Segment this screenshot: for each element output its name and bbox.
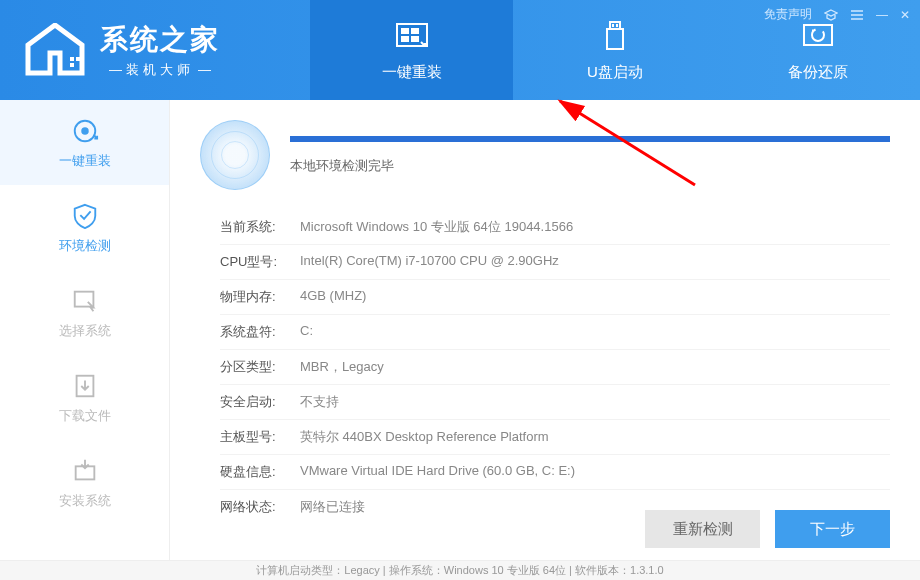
svg-rect-11 <box>616 24 618 27</box>
sidebar-item-select-system[interactable]: 选择系统 <box>0 270 169 355</box>
sidebar-item-env-check[interactable]: 环境检测 <box>0 185 169 270</box>
restore-icon <box>800 19 836 55</box>
usb-icon <box>597 19 633 55</box>
close-button[interactable]: ✕ <box>900 8 910 22</box>
svg-rect-9 <box>607 29 623 49</box>
info-value: 4GB (MHZ) <box>300 288 890 306</box>
svg-rect-5 <box>411 28 419 34</box>
next-button[interactable]: 下一步 <box>775 510 890 548</box>
sidebar-item-reinstall[interactable]: 一键重装 <box>0 100 169 185</box>
system-info-grid: 当前系统:Microsoft Windows 10 专业版 64位 19044.… <box>200 210 890 524</box>
select-rect-icon <box>70 286 100 316</box>
tab-label: U盘启动 <box>587 63 643 82</box>
tab-usb-boot[interactable]: U盘启动 <box>513 0 716 100</box>
app-subtitle: 装机大师 <box>100 61 220 79</box>
info-label: 分区类型: <box>220 358 300 376</box>
info-label: 主板型号: <box>220 428 300 446</box>
info-row: 硬盘信息:VMware Virtual IDE Hard Drive (60.0… <box>220 455 890 490</box>
window-controls: 免责声明 — ✕ <box>764 6 910 23</box>
tab-label: 一键重装 <box>382 63 442 82</box>
svg-rect-2 <box>70 63 74 67</box>
status-bar: 计算机启动类型：Legacy | 操作系统：Windows 10 专业版 64位… <box>0 560 920 580</box>
svg-rect-0 <box>70 57 74 61</box>
info-label: 物理内存: <box>220 288 300 306</box>
header: 系统之家 装机大师 一键重装 U盘启动 备份还原 免责声明 — ✕ <box>0 0 920 100</box>
info-label: CPU型号: <box>220 253 300 271</box>
info-row: 主板型号:英特尔 440BX Desktop Reference Platfor… <box>220 420 890 455</box>
progress-bar <box>290 136 890 142</box>
app-title: 系统之家 <box>100 21 220 59</box>
download-icon <box>70 371 100 401</box>
info-value: Microsoft Windows 10 专业版 64位 19044.1566 <box>300 218 890 236</box>
info-label: 硬盘信息: <box>220 463 300 481</box>
svg-rect-8 <box>610 22 620 29</box>
info-value: VMware Virtual IDE Hard Drive (60.0 GB, … <box>300 463 890 481</box>
menu-icon[interactable] <box>850 8 864 22</box>
radar-icon <box>200 120 270 190</box>
windows-install-icon <box>394 19 430 55</box>
info-row: CPU型号:Intel(R) Core(TM) i7-10700 CPU @ 2… <box>220 245 890 280</box>
sidebar: 一键重装 环境检测 选择系统 下载文件 安装系统 <box>0 100 170 560</box>
scan-status-text: 本地环境检测完毕 <box>290 157 890 175</box>
info-row: 安全启动:不支持 <box>220 385 890 420</box>
sidebar-label: 选择系统 <box>59 322 111 340</box>
info-value: 不支持 <box>300 393 890 411</box>
logo-area: 系统之家 装机大师 <box>0 21 310 79</box>
house-logo-icon <box>20 23 90 78</box>
info-value: MBR，Legacy <box>300 358 890 376</box>
info-value: 英特尔 440BX Desktop Reference Platform <box>300 428 890 446</box>
svg-rect-7 <box>411 36 419 42</box>
sidebar-label: 环境检测 <box>59 237 111 255</box>
recheck-button[interactable]: 重新检测 <box>645 510 760 548</box>
svg-rect-10 <box>612 24 614 27</box>
sidebar-label: 下载文件 <box>59 407 111 425</box>
info-row: 分区类型:MBR，Legacy <box>220 350 890 385</box>
info-row: 物理内存:4GB (MHZ) <box>220 280 890 315</box>
tab-label: 备份还原 <box>788 63 848 82</box>
tab-reinstall[interactable]: 一键重装 <box>310 0 513 100</box>
info-value: Intel(R) Core(TM) i7-10700 CPU @ 2.90GHz <box>300 253 890 271</box>
main-panel: 本地环境检测完毕 当前系统:Microsoft Windows 10 专业版 6… <box>170 100 920 560</box>
svg-rect-6 <box>401 36 409 42</box>
minimize-button[interactable]: — <box>876 8 888 22</box>
info-label: 系统盘符: <box>220 323 300 341</box>
info-label: 网络状态: <box>220 498 300 516</box>
svg-rect-4 <box>401 28 409 34</box>
sidebar-label: 一键重装 <box>59 152 111 170</box>
info-row: 当前系统:Microsoft Windows 10 专业版 64位 19044.… <box>220 210 890 245</box>
svg-rect-1 <box>76 57 80 61</box>
info-label: 安全启动: <box>220 393 300 411</box>
install-box-icon <box>70 456 100 486</box>
info-label: 当前系统: <box>220 218 300 236</box>
graduation-icon[interactable] <box>824 8 838 22</box>
sidebar-item-install[interactable]: 安装系统 <box>0 440 169 525</box>
info-value: C: <box>300 323 890 341</box>
sidebar-label: 安装系统 <box>59 492 111 510</box>
svg-point-15 <box>81 127 88 134</box>
shield-check-icon <box>70 201 100 231</box>
disclaimer-link[interactable]: 免责声明 <box>764 6 812 23</box>
info-row: 系统盘符:C: <box>220 315 890 350</box>
sidebar-item-download[interactable]: 下载文件 <box>0 355 169 440</box>
target-icon <box>70 116 100 146</box>
